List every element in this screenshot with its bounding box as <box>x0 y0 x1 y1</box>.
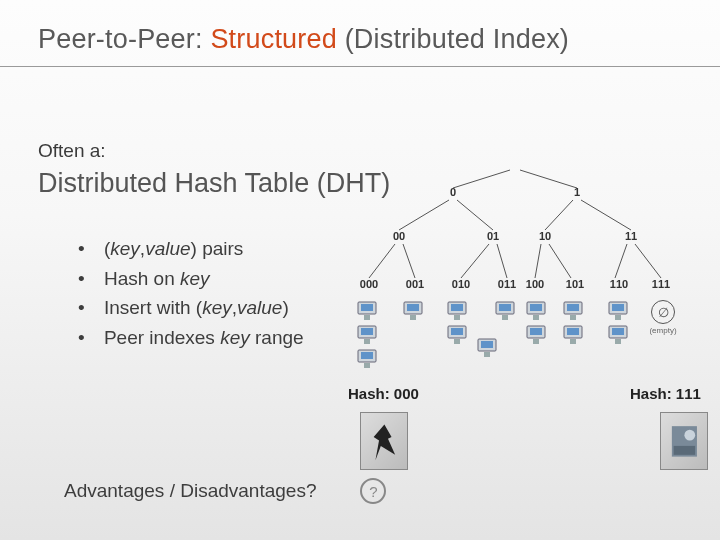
title-pre: Peer-to-Peer: <box>38 24 210 54</box>
content-thumbnail-right <box>660 412 708 470</box>
title-rule <box>0 66 720 67</box>
svg-rect-18 <box>361 328 373 335</box>
title-post: (Distributed Index) <box>337 24 569 54</box>
svg-rect-45 <box>567 304 579 311</box>
svg-rect-52 <box>615 315 621 320</box>
peer-icon <box>606 300 634 322</box>
svg-line-11 <box>549 244 571 278</box>
peer-icon <box>401 300 429 322</box>
svg-rect-22 <box>364 363 370 368</box>
tree-node-010: 010 <box>452 278 470 290</box>
svg-rect-31 <box>454 339 460 344</box>
hash-right-label: Hash: 111 <box>630 385 701 402</box>
peer-icon <box>561 300 589 322</box>
svg-rect-54 <box>612 328 624 335</box>
peer-icon <box>445 300 473 322</box>
svg-rect-27 <box>451 304 463 311</box>
svg-line-2 <box>399 200 449 230</box>
question-mark-icon: ? <box>360 478 386 504</box>
svg-rect-58 <box>673 445 695 454</box>
peer-icon <box>493 300 521 322</box>
tree-node-111: 111 <box>652 278 670 290</box>
tree-node-0: 0 <box>450 186 456 198</box>
svg-rect-33 <box>481 341 493 348</box>
svg-rect-46 <box>570 315 576 320</box>
svg-line-6 <box>369 244 395 278</box>
svg-line-13 <box>635 244 661 278</box>
tree-node-10: 10 <box>539 230 551 242</box>
peer-icon <box>355 348 383 370</box>
tree-node-101: 101 <box>566 278 584 290</box>
svg-line-5 <box>581 200 631 230</box>
svg-rect-16 <box>364 315 370 320</box>
tree-node-100: 100 <box>526 278 544 290</box>
tree-node-01: 01 <box>487 230 499 242</box>
peer-icon <box>561 324 589 346</box>
empty-set-label: (empty) <box>649 326 676 335</box>
svg-rect-36 <box>499 304 511 311</box>
svg-rect-25 <box>410 315 416 320</box>
peer-icon <box>355 324 383 346</box>
content-thumbnail-left <box>360 412 408 470</box>
tree-node-001: 001 <box>406 278 424 290</box>
svg-rect-51 <box>612 304 624 311</box>
bullet-list: (key,value) pairs Hash on key Insert wit… <box>38 233 304 353</box>
svg-rect-24 <box>407 304 419 311</box>
peer-icon <box>355 300 383 322</box>
svg-rect-39 <box>530 304 542 311</box>
empty-set-icon: ∅ <box>651 300 675 324</box>
hash-left-label: Hash: 000 <box>348 385 419 402</box>
question-text: Advantages / Disadvantages? <box>64 480 316 502</box>
svg-rect-28 <box>454 315 460 320</box>
bullet-4: Peer indexes key range <box>78 324 304 352</box>
svg-rect-19 <box>364 339 370 344</box>
title-accent: Structured <box>210 24 337 54</box>
svg-line-3 <box>457 200 493 230</box>
tree-node-011: 011 <box>498 278 516 290</box>
svg-line-10 <box>535 244 541 278</box>
tree-node-110: 110 <box>610 278 628 290</box>
svg-line-7 <box>403 244 415 278</box>
bullet-1: (key,value) pairs <box>78 235 304 263</box>
svg-rect-21 <box>361 352 373 359</box>
svg-rect-30 <box>451 328 463 335</box>
svg-rect-34 <box>484 352 490 357</box>
peer-icon <box>524 324 552 346</box>
tree-node-000: 000 <box>360 278 378 290</box>
svg-rect-49 <box>570 339 576 344</box>
bullet-3: Insert with (key,value) <box>78 294 304 322</box>
svg-rect-15 <box>361 304 373 311</box>
svg-line-9 <box>497 244 507 278</box>
svg-rect-55 <box>615 339 621 344</box>
svg-line-1 <box>520 170 577 188</box>
page-title: Peer-to-Peer: Structured (Distributed In… <box>38 24 569 55</box>
tree-node-1: 1 <box>574 186 580 198</box>
svg-rect-37 <box>502 315 508 320</box>
slide: Peer-to-Peer: Structured (Distributed In… <box>0 0 720 540</box>
svg-rect-43 <box>533 339 539 344</box>
svg-rect-42 <box>530 328 542 335</box>
svg-rect-48 <box>567 328 579 335</box>
peer-icon <box>475 337 503 359</box>
tree-node-11: 11 <box>625 230 637 242</box>
svg-line-0 <box>453 170 510 188</box>
peer-icon <box>445 324 473 346</box>
svg-point-57 <box>684 429 695 440</box>
svg-line-12 <box>615 244 627 278</box>
svg-rect-40 <box>533 315 539 320</box>
peer-icon <box>606 324 634 346</box>
lead-text: Often a: <box>38 140 106 162</box>
tree-node-00: 00 <box>393 230 405 242</box>
svg-line-8 <box>461 244 489 278</box>
svg-line-4 <box>545 200 573 230</box>
question-row: Advantages / Disadvantages? ? <box>64 478 386 504</box>
bullet-2: Hash on key <box>78 265 304 293</box>
peer-icon <box>524 300 552 322</box>
